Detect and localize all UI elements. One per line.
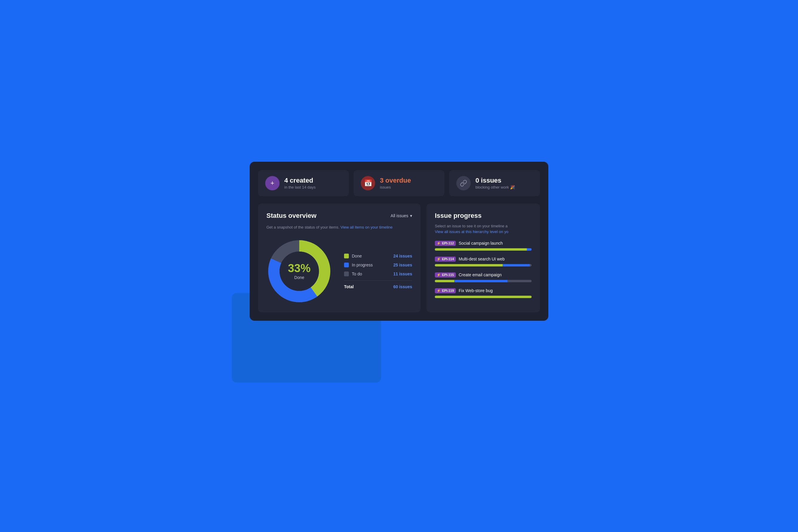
blocking-value: 0 issues [475,177,515,184]
total-count: 60 issues [393,284,412,289]
issue-id: EPI-114 [442,257,454,261]
legend-done-count: 24 issues [393,254,412,259]
created-label: in the last 14 days [284,185,316,189]
donut-chart: 33% Done [267,239,332,304]
stat-card-overdue[interactable]: 📅 3 overdue issues [353,170,445,196]
inprogress-color-dot [344,263,349,267]
done-segment [435,280,454,282]
issue-list: ⚡ EPI-112 Social campaign launch ⚡ EPI-1… [435,241,531,298]
todo-segment [507,280,531,282]
issue-badge: ⚡ EPI-115 [435,272,456,278]
lightning-icon: ⚡ [437,241,441,245]
issue-badge: ⚡ EPI-114 [435,256,456,262]
issue-header: ⚡ EPI-119 Fix Web-store bug [435,288,531,293]
legend-inprogress-count: 25 issues [393,263,412,267]
issue-header: ⚡ EPI-115 Create email campaign [435,272,531,278]
donut-label: Done [288,275,311,280]
overdue-label: issues [380,185,411,189]
inprogress-segment [503,264,530,266]
content-row: Status overview All issues ▾ Get a snaps… [258,204,540,313]
stat-card-blocking[interactable]: 0 issues blocking other work 🎉 [449,170,540,196]
progress-bar [435,248,531,251]
legend-total: Total 60 issues [344,281,412,289]
overdue-icon: 📅 [361,176,375,190]
blocking-label: blocking other work 🎉 [475,185,515,189]
chart-section: 33% Done Done 24 issues [267,239,412,304]
legend-todo-label: To do [352,271,362,276]
issue-name: Multi-dest search UI web [459,256,505,261]
issue-name: Fix Web-store bug [459,288,493,293]
status-desc: Get a snapshot of the status of your ite… [267,224,412,230]
issue-item[interactable]: ⚡ EPI-112 Social campaign launch [435,241,531,251]
filter-dropdown[interactable]: All issues ▾ [391,213,412,218]
blocking-icon [456,176,471,190]
dashboard-container: + 4 created in the last 14 days 📅 3 over… [250,162,548,370]
legend-todo-count: 11 issues [393,271,412,276]
blocking-info: 0 issues blocking other work 🎉 [475,177,515,189]
progress-title: Issue progress [435,212,531,220]
legend-item-done[interactable]: Done 24 issues [344,254,412,259]
created-icon: + [265,176,279,190]
issue-item[interactable]: ⚡ EPI-114 Multi-dest search UI web [435,256,531,266]
legend: Done 24 issues In progress 25 issues [344,254,412,289]
issue-badge: ⚡ EPI-119 [435,288,456,293]
lightning-icon: ⚡ [437,257,441,261]
issue-id: EPI-115 [442,273,454,277]
legend-item-todo[interactable]: To do 11 issues [344,271,412,276]
progress-bar [435,264,531,266]
status-header: Status overview All issues ▾ [267,212,412,220]
issue-header: ⚡ EPI-114 Multi-dest search UI web [435,256,531,262]
legend-done-label: Done [352,254,362,259]
created-info: 4 created in the last 14 days [284,177,316,189]
progress-bar [435,296,531,298]
stats-row: + 4 created in the last 14 days 📅 3 over… [258,170,540,196]
lightning-icon: ⚡ [437,273,441,277]
done-segment [435,264,503,266]
todo-segment [530,264,531,266]
inprogress-segment [454,280,507,282]
total-label: Total [344,284,353,289]
progress-bar [435,280,531,282]
inprogress-segment [527,248,531,251]
created-value: 4 created [284,177,316,184]
issue-id: EPI-119 [442,289,454,292]
filter-label: All issues [391,213,408,218]
issue-id: EPI-112 [442,241,454,245]
main-card: + 4 created in the last 14 days 📅 3 over… [250,162,548,321]
overdue-value: 3 overdue [380,177,411,184]
done-color-dot [344,254,349,259]
chevron-down-icon: ▾ [410,213,412,218]
issue-name: Create email campaign [459,272,502,277]
donut-percent: 33% [288,263,311,274]
issue-progress-card: Issue progress Select an issue to see it… [427,204,540,313]
legend-inprogress-label: In progress [352,263,373,267]
status-overview-card: Status overview All issues ▾ Get a snaps… [258,204,420,313]
status-title: Status overview [267,212,316,220]
view-hierarchy-link[interactable]: View all issues at this hierarchy level … [435,229,508,234]
donut-center: 33% Done [288,263,311,280]
issue-item[interactable]: ⚡ EPI-115 Create email campaign [435,272,531,282]
issue-badge: ⚡ EPI-112 [435,241,456,246]
issue-header: ⚡ EPI-112 Social campaign launch [435,241,531,246]
stat-card-created[interactable]: + 4 created in the last 14 days [258,170,349,196]
view-timeline-link[interactable]: View all items on your timeline [341,225,393,229]
lightning-icon: ⚡ [437,289,441,293]
done-segment [435,296,531,298]
todo-color-dot [344,271,349,276]
legend-item-inprogress[interactable]: In progress 25 issues [344,263,412,267]
overdue-info: 3 overdue issues [380,177,411,189]
progress-desc: Select an issue to see it on your timeli… [435,223,531,235]
issue-item[interactable]: ⚡ EPI-119 Fix Web-store bug [435,288,531,298]
issue-name: Social campaign launch [459,241,503,246]
done-segment [435,248,527,251]
